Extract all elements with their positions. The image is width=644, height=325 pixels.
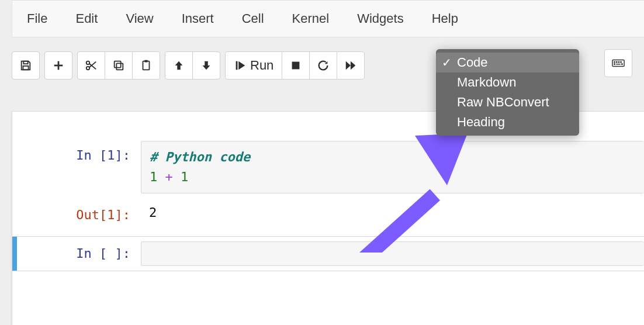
svg-rect-11 <box>144 60 148 63</box>
svg-point-17 <box>618 61 619 62</box>
menu-insert[interactable]: Insert <box>182 11 214 26</box>
menu-widgets[interactable]: Widgets <box>357 11 403 26</box>
copy-button[interactable] <box>105 51 133 79</box>
svg-rect-9 <box>115 61 121 68</box>
move-group <box>165 51 220 79</box>
svg-rect-22 <box>345 189 440 253</box>
scissors-icon <box>85 59 98 72</box>
move-down-button[interactable] <box>192 51 220 79</box>
menu-help[interactable]: Help <box>432 11 458 26</box>
cell-type-option-markdown[interactable]: Markdown <box>436 72 579 92</box>
restart-button[interactable] <box>309 51 337 79</box>
paste-icon <box>140 59 153 72</box>
stop-button[interactable] <box>282 51 310 79</box>
run-icon <box>234 59 247 72</box>
add-cell-button[interactable] <box>44 51 72 79</box>
restart-icon <box>317 59 330 72</box>
input-prompt: In [1]: <box>12 141 141 162</box>
menu-bar: File Edit View Insert Cell Kernel Widget… <box>12 0 644 37</box>
arrow-down-icon <box>200 59 213 72</box>
fast-forward-icon <box>344 59 357 72</box>
svg-rect-8 <box>116 63 123 70</box>
copy-icon <box>112 59 125 72</box>
paste-button[interactable] <box>132 51 160 79</box>
output-prompt: Out[1]: <box>12 200 141 222</box>
svg-rect-1 <box>23 66 28 70</box>
input-prompt: In [ ]: <box>12 241 141 261</box>
arrow-up-icon <box>172 59 185 72</box>
svg-rect-10 <box>143 61 150 70</box>
cell-type-dropdown[interactable]: Code Markdown Raw NBConvert Heading <box>436 49 579 136</box>
run-group: Run <box>225 51 365 79</box>
svg-marker-23 <box>415 133 468 185</box>
cell-type-option-code[interactable]: Code <box>436 53 579 72</box>
menu-edit[interactable]: Edit <box>75 11 98 26</box>
cut-button[interactable] <box>77 51 105 79</box>
run-button[interactable]: Run <box>225 51 282 79</box>
svg-rect-13 <box>292 62 300 70</box>
menu-view[interactable]: View <box>126 11 153 26</box>
code-token: 1 <box>150 170 157 184</box>
svg-point-19 <box>614 64 615 64</box>
menu-kernel[interactable]: Kernel <box>292 11 330 26</box>
plus-icon <box>52 59 65 72</box>
code-comment: # Python code <box>150 150 250 164</box>
cell-type-option-heading[interactable]: Heading <box>436 112 579 132</box>
annotation-arrow-icon <box>327 130 468 253</box>
fast-forward-button[interactable] <box>337 51 365 79</box>
svg-point-15 <box>614 61 615 62</box>
save-button[interactable] <box>12 51 40 79</box>
run-label: Run <box>250 58 273 73</box>
code-token: + <box>165 170 173 184</box>
menu-cell[interactable]: Cell <box>242 11 264 26</box>
svg-point-18 <box>621 61 621 62</box>
menu-file[interactable]: File <box>27 11 47 26</box>
command-palette-button[interactable] <box>604 49 632 77</box>
move-up-button[interactable] <box>165 51 193 79</box>
stop-icon <box>289 59 302 72</box>
svg-rect-0 <box>23 61 27 64</box>
svg-point-20 <box>622 64 622 64</box>
code-token: 1 <box>181 170 188 184</box>
svg-rect-14 <box>612 60 624 67</box>
save-icon <box>19 59 32 72</box>
cell-type-option-raw[interactable]: Raw NBConvert <box>436 92 579 112</box>
svg-rect-12 <box>236 61 238 70</box>
keyboard-icon <box>612 57 625 70</box>
svg-point-16 <box>617 61 617 62</box>
clipboard-group <box>77 51 160 79</box>
